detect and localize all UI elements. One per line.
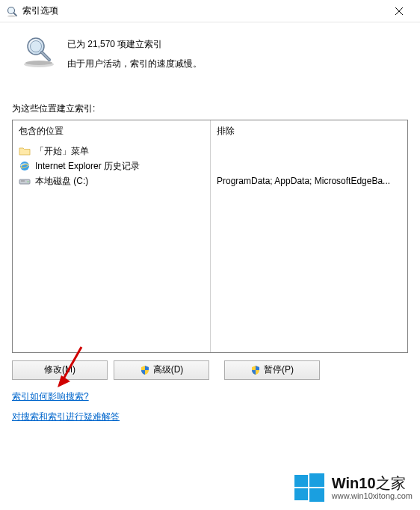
svg-rect-19 xyxy=(309,473,324,487)
excluded-column: 排除 ProgramData; AppData; MicrosoftEdgeBa… xyxy=(210,120,407,352)
list-item[interactable]: 本地磁盘 (C:) xyxy=(19,173,204,188)
list-item[interactable]: 「开始」菜单 xyxy=(19,144,204,159)
close-icon xyxy=(395,7,403,15)
locations-listbox: 包含的位置 「开始」菜单 Internet Explorer 历史记录 本地磁盘… xyxy=(12,120,408,353)
pause-button[interactable]: 暂停(P) xyxy=(224,360,320,380)
advanced-button[interactable]: 高级(D) xyxy=(114,360,209,380)
windows-logo-icon xyxy=(293,471,326,504)
svg-point-8 xyxy=(31,41,42,52)
svg-line-1 xyxy=(13,13,16,16)
button-row: 修改(M) 高级(D) 暂停(P) xyxy=(12,360,408,380)
status-text: 已为 21,570 项建立索引 由于用户活动，索引的速度减慢。 xyxy=(67,33,202,74)
included-header: 包含的位置 xyxy=(19,125,204,138)
close-button[interactable] xyxy=(384,0,414,22)
ie-icon xyxy=(19,160,31,172)
status-speed-note: 由于用户活动，索引的速度减慢。 xyxy=(67,54,202,73)
svg-rect-20 xyxy=(294,488,308,500)
watermark: Win10之家 www.win10xitong.com xyxy=(291,470,414,506)
excluded-value: ProgramData; AppData; MicrosoftEdgeBa... xyxy=(217,173,401,188)
window-title: 索引选项 xyxy=(22,4,384,17)
link-troubleshoot[interactable]: 对搜索和索引进行疑难解答 xyxy=(12,411,408,423)
folder-icon xyxy=(19,145,31,157)
titlebar: 索引选项 xyxy=(0,0,420,22)
excluded-header: 排除 xyxy=(217,125,401,138)
watermark-brand: Win10 xyxy=(332,475,376,491)
list-item-label: 本地磁盘 (C:) xyxy=(35,173,88,188)
status-indexed-count: 已为 21,570 项建立索引 xyxy=(67,34,202,54)
watermark-suffix: 之家 xyxy=(376,475,406,491)
link-how-affect-search[interactable]: 索引如何影响搜索? xyxy=(12,390,408,403)
drive-icon xyxy=(19,175,31,187)
modify-button[interactable]: 修改(M) xyxy=(12,360,108,380)
button-label: 修改(M) xyxy=(44,363,75,376)
search-magnifier-icon xyxy=(21,33,57,69)
uac-shield-icon xyxy=(250,365,261,375)
status-row: 已为 21,570 项建立索引 由于用户活动，索引的速度减慢。 xyxy=(18,33,408,74)
content-area: 已为 21,570 项建立索引 由于用户活动，索引的速度减慢。 为这些位置建立索… xyxy=(0,22,420,423)
button-label: 高级(D) xyxy=(153,363,184,376)
button-label: 暂停(P) xyxy=(264,363,294,376)
section-label: 为这些位置建立索引: xyxy=(12,102,408,115)
watermark-url: www.win10xitong.com xyxy=(332,491,413,500)
svg-rect-15 xyxy=(21,180,25,181)
index-options-icon xyxy=(6,5,18,17)
svg-line-10 xyxy=(42,52,49,60)
svg-point-14 xyxy=(28,181,29,182)
svg-rect-21 xyxy=(309,488,324,502)
svg-point-2 xyxy=(7,15,16,16)
list-item-label: 「开始」菜单 xyxy=(35,144,89,159)
svg-rect-18 xyxy=(294,475,308,487)
watermark-text: Win10之家 www.win10xitong.com xyxy=(332,475,413,500)
svg-point-6 xyxy=(25,61,52,65)
list-item[interactable]: Internet Explorer 历史记录 xyxy=(19,159,204,173)
links-area: 索引如何影响搜索? 对搜索和索引进行疑难解答 xyxy=(12,390,408,423)
included-column: 包含的位置 「开始」菜单 Internet Explorer 历史记录 本地磁盘… xyxy=(13,120,210,352)
list-item-label: Internet Explorer 历史记录 xyxy=(35,159,140,173)
uac-shield-icon xyxy=(140,365,150,375)
